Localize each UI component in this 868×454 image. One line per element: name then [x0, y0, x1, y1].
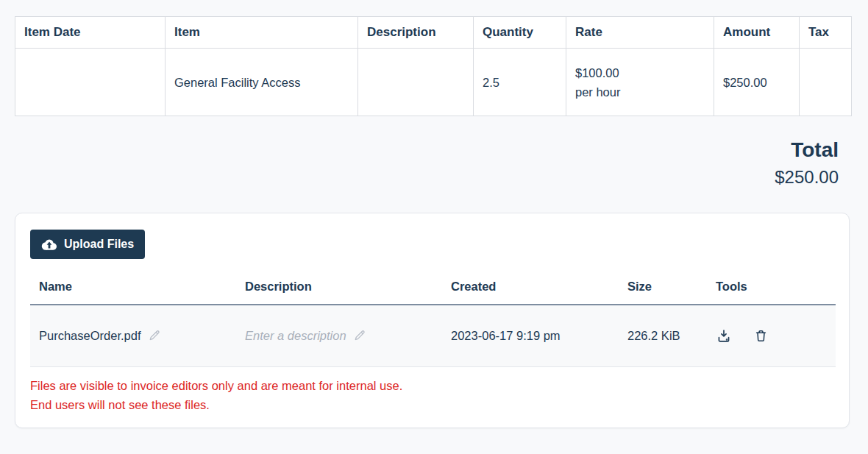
file-description-placeholder: Enter a description	[245, 329, 346, 343]
item-quantity-cell: 2.5	[474, 49, 566, 116]
column-header-item-date: Item Date	[15, 17, 166, 49]
files-table: Name Description Created Size Tools Purc…	[30, 274, 836, 367]
column-header-created: Created	[442, 274, 619, 305]
item-amount-cell: $250.00	[714, 49, 800, 116]
file-row: PurchaseOrder.pdf En	[30, 305, 836, 366]
item-name-cell: General Facility Access	[166, 49, 358, 116]
upload-files-button-label: Upload Files	[64, 238, 134, 251]
column-header-name: Name	[30, 274, 236, 305]
invoice-header-row: Item Date Item Description Quantity Rate…	[15, 17, 852, 49]
column-header-tools: Tools	[707, 274, 836, 305]
item-rate-cell: $100.00 per hour	[566, 49, 714, 116]
column-header-quantity: Quantity	[474, 17, 566, 49]
column-header-file-description: Description	[236, 274, 442, 305]
files-header-row: Name Description Created Size Tools	[30, 274, 836, 305]
file-created-cell: 2023-06-17 9:19 pm	[442, 305, 619, 366]
pencil-icon	[354, 330, 366, 341]
edit-name-button[interactable]	[149, 330, 160, 341]
trash-icon	[754, 328, 768, 344]
item-tax-cell	[800, 49, 852, 116]
column-header-size: Size	[619, 274, 707, 305]
item-date-cell	[15, 49, 166, 116]
upload-files-button[interactable]: Upload Files	[30, 230, 145, 259]
warning-line-1: Files are visible to invoice editors onl…	[30, 376, 836, 395]
column-header-description: Description	[358, 17, 474, 49]
download-file-button[interactable]	[716, 328, 732, 344]
total-value: $250.00	[0, 167, 839, 188]
column-header-item: Item	[166, 17, 358, 49]
cloud-upload-icon	[41, 238, 57, 251]
invoice-items-table: Item Date Item Description Quantity Rate…	[15, 16, 852, 116]
item-description-cell	[358, 49, 474, 116]
file-tools-cell	[707, 305, 836, 366]
file-description-cell[interactable]: Enter a description	[236, 305, 442, 366]
file-size-cell: 226.2 KiB	[619, 305, 707, 366]
rate-unit: per hour	[575, 82, 705, 102]
rate-amount: $100.00	[575, 63, 705, 82]
total-label: Total	[0, 138, 839, 162]
file-name: PurchaseOrder.pdf	[39, 329, 141, 343]
file-name-cell: PurchaseOrder.pdf	[30, 305, 236, 366]
column-header-amount: Amount	[714, 17, 800, 49]
invoice-item-row: General Facility Access 2.5 $100.00 per …	[15, 49, 852, 116]
files-visibility-warning: Files are visible to invoice editors onl…	[30, 376, 836, 414]
files-panel: Upload Files Name Description Created Si…	[15, 213, 850, 428]
download-icon	[716, 328, 732, 344]
warning-line-2: End users will not see these files.	[30, 395, 836, 414]
column-header-rate: Rate	[566, 17, 714, 49]
edit-description-button[interactable]	[354, 330, 366, 341]
invoice-total-block: Total $250.00	[0, 138, 839, 188]
column-header-tax: Tax	[800, 17, 852, 49]
delete-file-button[interactable]	[754, 328, 768, 344]
pencil-icon	[149, 330, 160, 341]
